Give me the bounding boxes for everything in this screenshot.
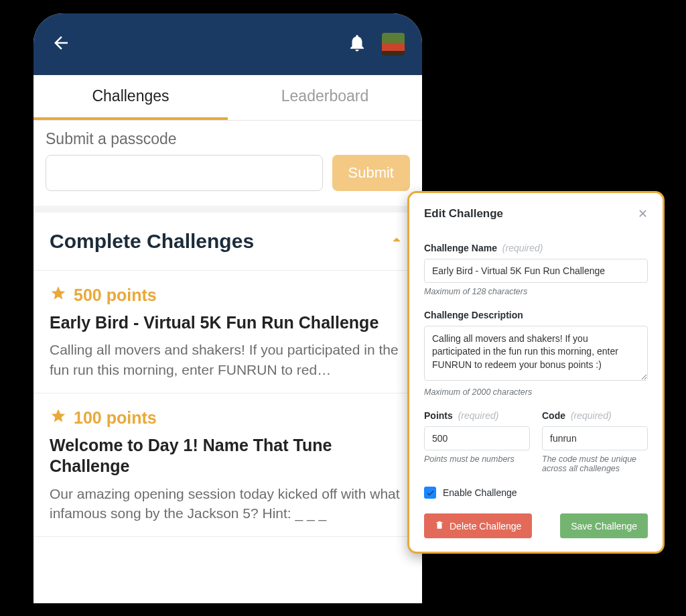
back-arrow-icon[interactable] (51, 33, 71, 56)
desc-helper: Maximum of 2000 characters (424, 387, 648, 397)
points-label: Points (required) (424, 410, 530, 421)
tab-bar: Challenges Leaderboard (33, 75, 422, 121)
code-helper: The code must be unique across all chall… (542, 454, 648, 473)
star-icon (50, 407, 67, 428)
challenge-desc-field[interactable] (424, 326, 648, 381)
code-field[interactable] (542, 426, 648, 450)
star-icon (50, 284, 67, 306)
challenge-title: Early Bird - Virtual 5K Fun Run Challeng… (50, 312, 406, 333)
challenge-desc: Calling all movers and shakers! If you p… (50, 340, 406, 379)
name-label: Challenge Name (required) (424, 243, 648, 253)
enable-label: Enable Challenge (443, 487, 517, 498)
enable-challenge-checkbox[interactable]: Enable Challenge (424, 487, 648, 499)
collapsible-header[interactable]: Complete Challenges (33, 212, 422, 271)
tab-challenges[interactable]: Challenges (33, 75, 228, 120)
points-label: 100 points (74, 408, 157, 428)
section-separator (33, 206, 422, 212)
points-label: 500 points (74, 286, 157, 305)
challenge-desc: Our amazing opening session today kicked… (50, 484, 406, 523)
close-icon[interactable]: ✕ (638, 206, 648, 221)
delete-challenge-button[interactable]: Delete Challenge (424, 513, 532, 538)
avatar[interactable] (382, 33, 405, 56)
points-field[interactable] (424, 426, 530, 450)
chevron-up-icon (387, 231, 406, 252)
save-challenge-button[interactable]: Save Challenge (560, 513, 648, 538)
phone-frame: Challenges Leaderboard Submit a passcode… (33, 13, 422, 603)
checkbox-checked-icon (424, 487, 436, 499)
tab-leaderboard[interactable]: Leaderboard (228, 75, 422, 120)
submit-button[interactable]: Submit (332, 155, 410, 191)
list-item[interactable]: 100 points Welcome to Day 1! Name That T… (33, 393, 422, 537)
panel-title: Edit Challenge (424, 207, 503, 221)
passcode-section: Submit a passcode Submit (33, 121, 422, 206)
edit-challenge-panel: Edit Challenge ✕ Challenge Name (require… (407, 191, 665, 554)
list-item[interactable]: 500 points Early Bird - Virtual 5K Fun R… (33, 271, 422, 393)
bell-icon[interactable] (347, 33, 367, 56)
challenge-title: Welcome to Day 1! Name That Tune Challen… (50, 435, 406, 477)
passcode-label: Submit a passcode (46, 130, 410, 148)
challenge-name-field[interactable] (424, 259, 648, 283)
app-header (33, 13, 422, 75)
section-title: Complete Challenges (50, 230, 254, 253)
desc-label: Challenge Description (424, 310, 648, 320)
code-label: Code (required) (542, 410, 648, 421)
trash-icon (435, 520, 444, 532)
points-helper: Points must be numbers (424, 454, 530, 464)
passcode-input[interactable] (46, 155, 323, 191)
name-helper: Maximum of 128 characters (424, 287, 648, 296)
